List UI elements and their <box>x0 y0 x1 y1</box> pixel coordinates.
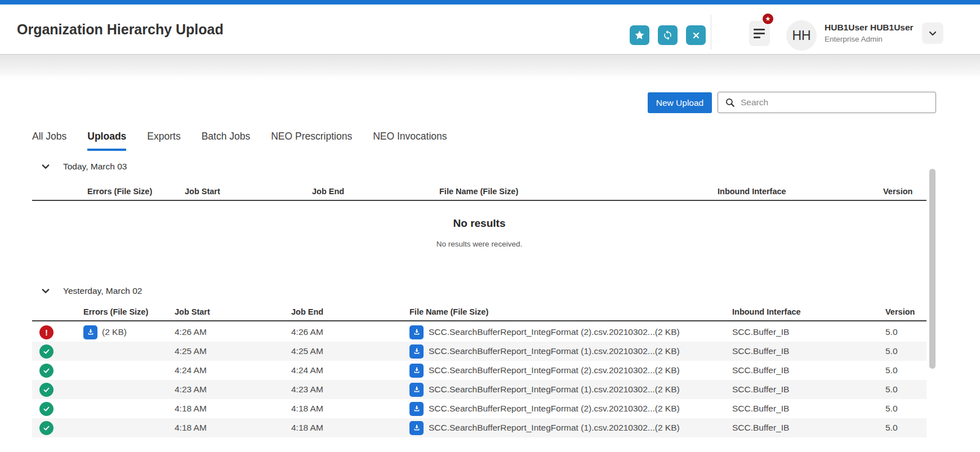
star-icon <box>634 30 645 41</box>
download-icon <box>413 424 421 432</box>
refresh-button[interactable] <box>658 25 678 45</box>
tab-exports[interactable]: Exports <box>147 131 180 151</box>
job-end: 4:18 AM <box>291 423 409 433</box>
chevron-down-icon <box>41 286 51 296</box>
section-title: Today, March 03 <box>63 162 127 172</box>
header-shadow-band <box>0 54 980 78</box>
tab-neo-prescriptions[interactable]: NEO Prescriptions <box>271 131 352 151</box>
job-end: 4:23 AM <box>291 384 409 395</box>
table-row: 4:18 AM 4:18 AM SCC.SearchBufferReport_I… <box>32 418 926 437</box>
empty-state-message: No results were received. <box>32 240 926 248</box>
col-errors: Errors (File Size) <box>83 307 175 320</box>
job-start: 4:24 AM <box>175 365 291 375</box>
top-accent-bar <box>0 0 980 5</box>
download-icon <box>413 347 421 355</box>
table-header-yesterday: Errors (File Size) Job Start Job End Fil… <box>32 305 926 321</box>
success-status-icon <box>39 421 54 435</box>
version: 5.0 <box>885 365 926 375</box>
col-errors: Errors (File Size) <box>87 187 185 200</box>
success-status-icon <box>39 402 54 416</box>
job-start: 4:18 AM <box>175 404 291 414</box>
download-file-button[interactable] <box>409 383 424 397</box>
collapse-today-button[interactable] <box>39 160 52 173</box>
file-name: SCC.SearchBufferReport_IntegFormat (2).c… <box>429 327 680 337</box>
download-icon <box>413 386 421 393</box>
inbound-interface: SCC.Buffer_IB <box>732 346 885 356</box>
header-divider <box>711 15 711 50</box>
col-version: Version <box>883 187 926 200</box>
user-menu-button[interactable] <box>922 23 943 44</box>
user-name: HUB1User HUB1User <box>825 23 914 33</box>
download-file-button[interactable] <box>409 325 424 339</box>
notification-badge: ★ <box>761 12 774 25</box>
inbound-interface: SCC.Buffer_IB <box>732 327 885 337</box>
section-title: Yesterday, March 02 <box>63 286 142 296</box>
col-job-start: Job Start <box>175 307 291 320</box>
download-icon <box>413 328 421 336</box>
vertical-scrollbar[interactable] <box>929 169 936 369</box>
favorite-button[interactable] <box>630 25 649 45</box>
error-status-icon: ! <box>39 325 54 339</box>
user-info: HUB1User HUB1User Enterprise Admin <box>825 23 914 43</box>
empty-state-title: No results <box>32 217 926 230</box>
download-errors-button[interactable] <box>83 325 97 339</box>
search-input[interactable] <box>741 97 929 108</box>
table-row: 4:25 AM 4:25 AM SCC.SearchBufferReport_I… <box>32 342 926 361</box>
table-header-today: Errors (File Size) Job Start Job End Fil… <box>32 184 926 201</box>
chevron-down-icon <box>41 162 51 172</box>
version: 5.0 <box>885 384 926 395</box>
job-start: 4:26 AM <box>175 327 291 337</box>
user-avatar[interactable]: HH <box>786 20 817 51</box>
upload-rows: ! (2 KB) 4:26 AM 4:26 AM SCC.SearchBuf <box>0 323 980 437</box>
success-status-icon <box>39 383 54 397</box>
tab-uploads[interactable]: Uploads <box>87 131 126 151</box>
success-status-icon <box>39 344 54 359</box>
job-end: 4:26 AM <box>291 327 409 337</box>
job-start: 4:18 AM <box>175 423 291 433</box>
download-file-button[interactable] <box>409 344 424 359</box>
section-header-yesterday: Yesterday, March 02 <box>39 285 142 297</box>
job-start: 4:23 AM <box>175 384 291 395</box>
tab-all-jobs[interactable]: All Jobs <box>32 131 66 151</box>
table-row: 4:24 AM 4:24 AM SCC.SearchBufferReport_I… <box>32 361 926 380</box>
close-button[interactable] <box>686 25 706 45</box>
inbound-interface: SCC.Buffer_IB <box>732 365 885 375</box>
badge-star-icon: ★ <box>765 15 771 22</box>
chevron-down-icon <box>927 28 938 39</box>
col-version: Version <box>885 307 926 320</box>
page-title: Organization Hierarchy Upload <box>17 21 224 38</box>
download-file-button[interactable] <box>409 402 424 416</box>
errors-file-size: (2 KB) <box>102 327 127 337</box>
download-file-button[interactable] <box>409 421 424 435</box>
version: 5.0 <box>885 423 926 433</box>
download-icon <box>413 405 421 413</box>
section-header-today: Today, March 03 <box>39 160 127 173</box>
new-upload-button[interactable]: New Upload <box>648 92 712 113</box>
download-file-button[interactable] <box>409 364 424 378</box>
file-name: SCC.SearchBufferReport_IntegFormat (2).c… <box>429 404 680 414</box>
success-status-icon <box>39 364 54 378</box>
tab-neo-invocations[interactable]: NEO Invocations <box>373 131 447 151</box>
tab-bar: All Jobs Uploads Exports Batch Jobs NEO … <box>32 131 447 151</box>
file-name: SCC.SearchBufferReport_IntegFormat (1).c… <box>429 346 680 356</box>
download-icon <box>87 328 95 336</box>
app-root: Organization Hierarchy Upload ★ HH HUB1U… <box>0 0 980 452</box>
job-start: 4:25 AM <box>175 346 291 356</box>
inbound-interface: SCC.Buffer_IB <box>732 423 885 433</box>
tab-batch-jobs[interactable]: Batch Jobs <box>202 131 251 151</box>
file-name: SCC.SearchBufferReport_IntegFormat (1).c… <box>429 384 680 395</box>
col-inbound-interface: Inbound Interface <box>732 307 885 320</box>
file-name: SCC.SearchBufferReport_IntegFormat (1).c… <box>429 423 680 433</box>
file-name: SCC.SearchBufferReport_IntegFormat (2).c… <box>429 365 680 375</box>
job-end: 4:24 AM <box>291 365 409 375</box>
job-end: 4:25 AM <box>291 346 409 356</box>
menu-icon <box>754 29 765 30</box>
inbound-interface: SCC.Buffer_IB <box>732 404 885 414</box>
version: 5.0 <box>885 346 926 356</box>
inbound-interface: SCC.Buffer_IB <box>732 384 885 395</box>
col-file-name: File Name (File Size) <box>439 187 718 200</box>
col-job-start: Job Start <box>185 187 312 200</box>
collapse-yesterday-button[interactable] <box>39 285 52 297</box>
col-job-end: Job End <box>291 307 409 320</box>
refresh-icon <box>662 30 673 41</box>
